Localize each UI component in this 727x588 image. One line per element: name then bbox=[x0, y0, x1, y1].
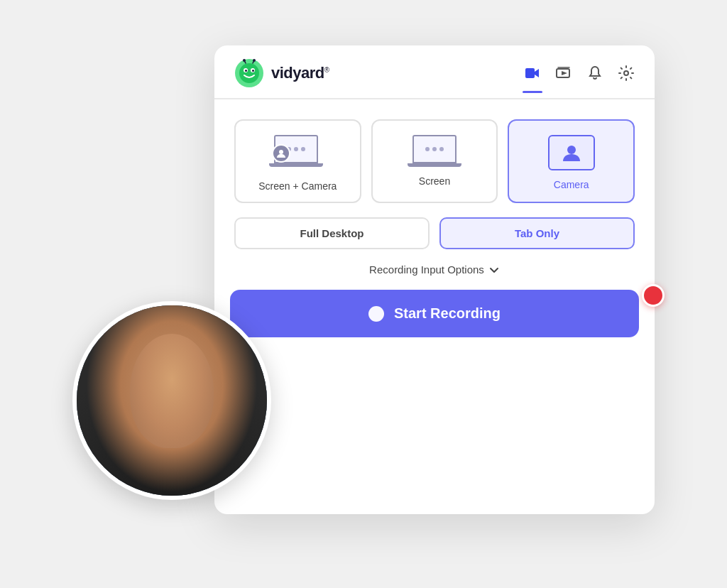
chevron-down-icon bbox=[488, 264, 500, 276]
mode-screen[interactable]: Screen bbox=[371, 119, 498, 203]
recording-input-label: Recording Input Options bbox=[369, 263, 484, 276]
svg-point-14 bbox=[624, 71, 628, 75]
camera-face bbox=[77, 305, 267, 496]
header-icons bbox=[524, 65, 635, 82]
tab-only-button[interactable]: Tab Only bbox=[439, 217, 635, 249]
screen-label: Screen bbox=[419, 175, 450, 187]
svg-point-16 bbox=[567, 146, 576, 154]
person-simulation bbox=[77, 305, 267, 496]
camera-label: Camera bbox=[554, 179, 589, 190]
start-recording-button[interactable]: Start Recording bbox=[230, 290, 639, 337]
panel-header: vidyard® bbox=[214, 45, 655, 99]
svg-rect-10 bbox=[525, 68, 535, 78]
vidyard-logo-icon bbox=[234, 58, 264, 88]
camera-icon bbox=[548, 135, 595, 170]
mode-selector: Screen + Camera Screen bbox=[234, 119, 635, 203]
video-camera-icon[interactable] bbox=[524, 65, 541, 82]
scene: vidyard® bbox=[72, 45, 655, 543]
bell-icon[interactable] bbox=[586, 65, 603, 82]
screen-camera-icon bbox=[272, 135, 323, 172]
screen-camera-label: Screen + Camera bbox=[258, 180, 337, 192]
svg-point-4 bbox=[245, 70, 247, 72]
recording-input-options[interactable]: Recording Input Options bbox=[234, 263, 635, 276]
full-desktop-button[interactable]: Full Desktop bbox=[234, 217, 430, 249]
avatar-overlay bbox=[272, 144, 290, 163]
video-library-icon[interactable] bbox=[555, 65, 572, 82]
mode-camera[interactable]: Camera bbox=[508, 119, 635, 203]
mode-screen-camera[interactable]: Screen + Camera bbox=[234, 119, 361, 203]
screen-icon bbox=[408, 135, 461, 167]
start-recording-label: Start Recording bbox=[394, 305, 501, 322]
svg-point-9 bbox=[253, 59, 256, 62]
settings-icon[interactable] bbox=[618, 65, 635, 82]
svg-point-5 bbox=[252, 70, 254, 72]
panel-content: Screen + Camera Screen bbox=[214, 99, 655, 514]
logo-area: vidyard® bbox=[234, 58, 329, 88]
record-circle-icon bbox=[368, 306, 384, 322]
record-indicator bbox=[642, 284, 665, 307]
sub-options: Full Desktop Tab Only bbox=[234, 217, 635, 249]
svg-point-1 bbox=[239, 63, 259, 83]
camera-preview bbox=[72, 301, 271, 500]
main-panel: vidyard® bbox=[214, 45, 655, 514]
svg-marker-12 bbox=[562, 71, 567, 75]
svg-point-8 bbox=[243, 59, 246, 62]
logo-text: vidyard® bbox=[271, 64, 329, 82]
svg-point-15 bbox=[279, 150, 283, 154]
